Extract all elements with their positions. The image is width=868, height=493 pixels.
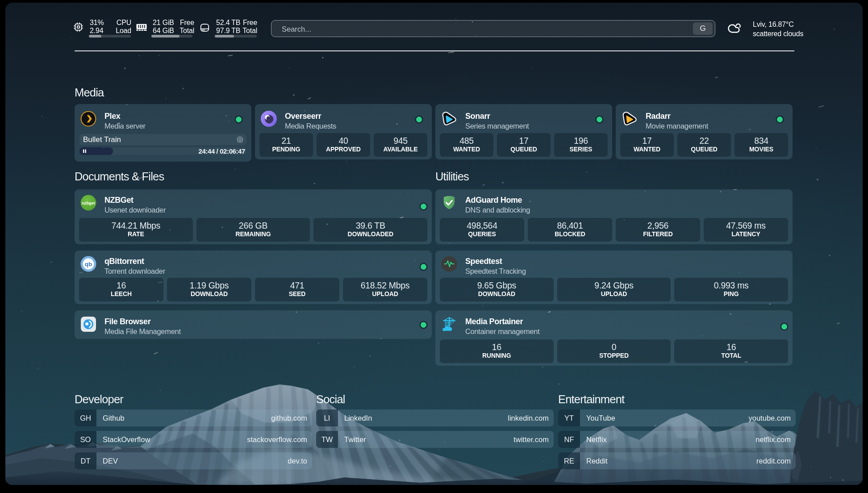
svg-text:nzbget: nzbget [82, 201, 95, 205]
svg-text:qb: qb [85, 261, 92, 267]
